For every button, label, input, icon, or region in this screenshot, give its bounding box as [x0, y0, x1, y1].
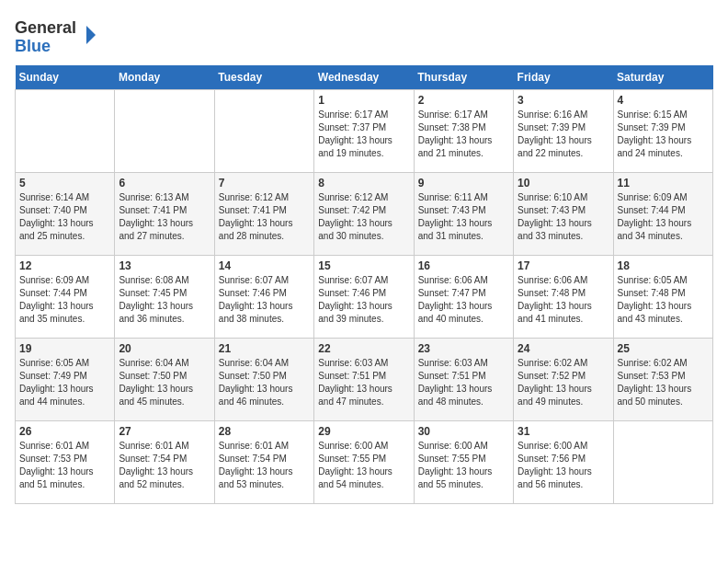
- day-info: Sunrise: 6:12 AM Sunset: 7:41 PM Dayligh…: [219, 191, 310, 243]
- calendar-cell: 9Sunrise: 6:11 AM Sunset: 7:43 PM Daylig…: [414, 173, 513, 256]
- calendar-cell: 19Sunrise: 6:05 AM Sunset: 7:49 PM Dayli…: [16, 339, 115, 421]
- day-number: 27: [119, 425, 210, 438]
- calendar-cell: 22Sunrise: 6:03 AM Sunset: 7:51 PM Dayli…: [314, 339, 414, 421]
- calendar-cell: [613, 421, 712, 504]
- calendar-cell: 25Sunrise: 6:02 AM Sunset: 7:53 PM Dayli…: [613, 339, 712, 421]
- day-number: 22: [318, 342, 409, 355]
- day-info: Sunrise: 6:15 AM Sunset: 7:39 PM Dayligh…: [618, 109, 709, 160]
- calendar-cell: 5Sunrise: 6:14 AM Sunset: 7:40 PM Daylig…: [16, 173, 115, 256]
- calendar-cell: 18Sunrise: 6:05 AM Sunset: 7:48 PM Dayli…: [613, 256, 712, 339]
- calendar-cell: 27Sunrise: 6:01 AM Sunset: 7:54 PM Dayli…: [115, 421, 214, 504]
- calendar-week-row: 1Sunrise: 6:17 AM Sunset: 7:37 PM Daylig…: [16, 90, 713, 173]
- day-number: 12: [19, 259, 110, 272]
- day-number: 3: [518, 94, 609, 107]
- day-info: Sunrise: 6:06 AM Sunset: 7:48 PM Dayligh…: [518, 274, 609, 326]
- calendar-cell: 21Sunrise: 6:04 AM Sunset: 7:50 PM Dayli…: [214, 339, 313, 421]
- calendar-table: SundayMondayTuesdayWednesdayThursdayFrid…: [15, 65, 713, 504]
- calendar-cell: 13Sunrise: 6:08 AM Sunset: 7:45 PM Dayli…: [115, 256, 214, 339]
- day-info: Sunrise: 6:16 AM Sunset: 7:39 PM Dayligh…: [518, 109, 609, 160]
- calendar-cell: 23Sunrise: 6:03 AM Sunset: 7:51 PM Dayli…: [414, 339, 513, 421]
- calendar-cell: 1Sunrise: 6:17 AM Sunset: 7:37 PM Daylig…: [314, 90, 414, 173]
- day-number: 21: [219, 342, 310, 355]
- day-number: 25: [618, 342, 709, 355]
- day-info: Sunrise: 6:11 AM Sunset: 7:43 PM Dayligh…: [418, 191, 509, 243]
- day-number: 7: [219, 177, 310, 190]
- calendar-week-row: 26Sunrise: 6:01 AM Sunset: 7:53 PM Dayli…: [16, 421, 713, 504]
- calendar-cell: 17Sunrise: 6:06 AM Sunset: 7:48 PM Dayli…: [514, 256, 613, 339]
- calendar-cell: 8Sunrise: 6:12 AM Sunset: 7:42 PM Daylig…: [314, 173, 414, 256]
- day-info: Sunrise: 6:05 AM Sunset: 7:48 PM Dayligh…: [618, 274, 709, 326]
- svg-text:General: General: [15, 18, 76, 37]
- day-info: Sunrise: 6:07 AM Sunset: 7:46 PM Dayligh…: [219, 274, 310, 326]
- calendar-cell: 11Sunrise: 6:09 AM Sunset: 7:44 PM Dayli…: [613, 173, 712, 256]
- calendar-cell: 12Sunrise: 6:09 AM Sunset: 7:44 PM Dayli…: [16, 256, 115, 339]
- calendar-week-row: 12Sunrise: 6:09 AM Sunset: 7:44 PM Dayli…: [16, 256, 713, 339]
- svg-marker-2: [86, 26, 96, 44]
- day-number: 30: [418, 425, 509, 438]
- day-number: 26: [19, 425, 110, 438]
- day-number: 13: [119, 259, 210, 272]
- day-info: Sunrise: 6:13 AM Sunset: 7:41 PM Dayligh…: [119, 191, 210, 243]
- day-number: 16: [418, 259, 509, 272]
- day-info: Sunrise: 6:09 AM Sunset: 7:44 PM Dayligh…: [618, 191, 709, 243]
- calendar-cell: 24Sunrise: 6:02 AM Sunset: 7:52 PM Dayli…: [514, 339, 613, 421]
- day-number: 28: [219, 425, 310, 438]
- day-info: Sunrise: 6:00 AM Sunset: 7:56 PM Dayligh…: [518, 440, 609, 491]
- day-info: Sunrise: 6:12 AM Sunset: 7:42 PM Dayligh…: [318, 191, 409, 243]
- day-info: Sunrise: 6:01 AM Sunset: 7:53 PM Dayligh…: [19, 440, 110, 491]
- day-info: Sunrise: 6:17 AM Sunset: 7:37 PM Dayligh…: [318, 109, 409, 160]
- day-number: 20: [119, 342, 210, 355]
- calendar-cell: 10Sunrise: 6:10 AM Sunset: 7:43 PM Dayli…: [514, 173, 613, 256]
- day-info: Sunrise: 6:14 AM Sunset: 7:40 PM Dayligh…: [19, 191, 110, 243]
- svg-text:Blue: Blue: [15, 37, 51, 55]
- day-number: 18: [618, 259, 709, 272]
- weekday-header: Tuesday: [214, 65, 313, 90]
- day-number: 5: [19, 177, 110, 190]
- day-info: Sunrise: 6:02 AM Sunset: 7:52 PM Dayligh…: [518, 357, 609, 408]
- calendar-cell: [16, 90, 115, 173]
- day-number: 17: [518, 259, 609, 272]
- day-info: Sunrise: 6:01 AM Sunset: 7:54 PM Dayligh…: [119, 440, 210, 491]
- day-info: Sunrise: 6:08 AM Sunset: 7:45 PM Dayligh…: [119, 274, 210, 326]
- day-number: 29: [318, 425, 409, 438]
- weekday-header: Wednesday: [314, 65, 414, 90]
- calendar-cell: 3Sunrise: 6:16 AM Sunset: 7:39 PM Daylig…: [514, 90, 613, 173]
- logo-icon: GeneralBlue: [15, 15, 97, 56]
- weekday-header: Saturday: [613, 65, 712, 90]
- calendar-cell: [214, 90, 313, 173]
- day-number: 8: [318, 177, 409, 190]
- calendar-cell: 14Sunrise: 6:07 AM Sunset: 7:46 PM Dayli…: [214, 256, 313, 339]
- weekday-header: Sunday: [16, 65, 115, 90]
- calendar-cell: 28Sunrise: 6:01 AM Sunset: 7:54 PM Dayli…: [214, 421, 313, 504]
- calendar-cell: 29Sunrise: 6:00 AM Sunset: 7:55 PM Dayli…: [314, 421, 414, 504]
- day-info: Sunrise: 6:04 AM Sunset: 7:50 PM Dayligh…: [119, 357, 210, 408]
- day-number: 4: [618, 94, 709, 107]
- calendar-cell: 20Sunrise: 6:04 AM Sunset: 7:50 PM Dayli…: [115, 339, 214, 421]
- weekday-header: Thursday: [414, 65, 513, 90]
- day-number: 1: [318, 94, 409, 107]
- day-number: 9: [418, 177, 509, 190]
- day-info: Sunrise: 6:03 AM Sunset: 7:51 PM Dayligh…: [318, 357, 409, 408]
- weekday-header: Monday: [115, 65, 214, 90]
- day-number: 23: [418, 342, 509, 355]
- calendar-cell: 7Sunrise: 6:12 AM Sunset: 7:41 PM Daylig…: [214, 173, 313, 256]
- calendar-cell: 31Sunrise: 6:00 AM Sunset: 7:56 PM Dayli…: [514, 421, 613, 504]
- calendar-week-row: 5Sunrise: 6:14 AM Sunset: 7:40 PM Daylig…: [16, 173, 713, 256]
- weekday-header: Friday: [514, 65, 613, 90]
- page-header: GeneralBlue: [15, 15, 713, 56]
- day-number: 14: [219, 259, 310, 272]
- logo: GeneralBlue: [15, 15, 97, 56]
- day-info: Sunrise: 6:06 AM Sunset: 7:47 PM Dayligh…: [418, 274, 509, 326]
- day-number: 31: [518, 425, 609, 438]
- calendar-cell: 6Sunrise: 6:13 AM Sunset: 7:41 PM Daylig…: [115, 173, 214, 256]
- day-info: Sunrise: 6:03 AM Sunset: 7:51 PM Dayligh…: [418, 357, 509, 408]
- calendar-cell: 30Sunrise: 6:00 AM Sunset: 7:55 PM Dayli…: [414, 421, 513, 504]
- day-number: 19: [19, 342, 110, 355]
- day-number: 15: [318, 259, 409, 272]
- calendar-cell: 4Sunrise: 6:15 AM Sunset: 7:39 PM Daylig…: [613, 90, 712, 173]
- day-number: 2: [418, 94, 509, 107]
- calendar-week-row: 19Sunrise: 6:05 AM Sunset: 7:49 PM Dayli…: [16, 339, 713, 421]
- calendar-cell: 26Sunrise: 6:01 AM Sunset: 7:53 PM Dayli…: [16, 421, 115, 504]
- weekday-header-row: SundayMondayTuesdayWednesdayThursdayFrid…: [16, 65, 713, 90]
- day-info: Sunrise: 6:04 AM Sunset: 7:50 PM Dayligh…: [219, 357, 310, 408]
